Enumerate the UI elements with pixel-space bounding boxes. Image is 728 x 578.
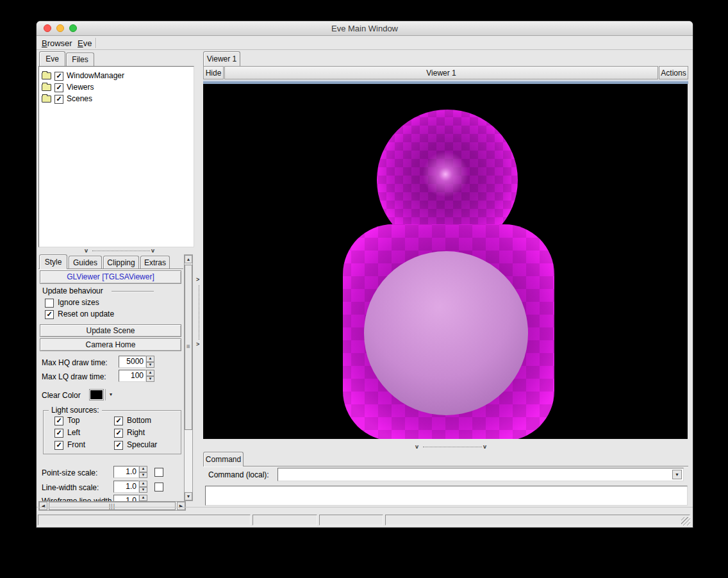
light-left-checkbox[interactable]: ✓ [54,429,63,438]
splitter-dots [199,285,200,340]
point-size-checkbox[interactable]: ✓ [154,468,163,477]
reset-on-update-checkbox[interactable]: ✓ [45,310,54,319]
spin-up-icon[interactable]: ▲ [139,466,147,472]
tree-checkbox[interactable]: ✓ [54,95,63,104]
tree-checkbox[interactable]: ✓ [54,83,63,92]
menubar: Browser Eve [37,37,693,50]
chevron-down-icon[interactable]: v [415,444,418,450]
main-vertical-splitter[interactable]: > > [195,51,203,506]
clear-color-swatch[interactable] [89,389,104,400]
point-size-spinner[interactable]: ▲ ▼ [139,466,147,478]
chevron-right-icon[interactable]: > [196,277,199,283]
wireframe-spinner[interactable]: ▲ ▼ [139,495,147,501]
light-top-checkbox[interactable]: ✓ [54,417,63,425]
spin-down-icon[interactable]: ▼ [139,487,147,493]
command-input[interactable] [277,468,684,481]
glviewer-header-button[interactable]: GLViewer [TGLSAViewer] [40,270,181,284]
light-front-checkbox[interactable]: ✓ [54,441,63,450]
tab-clipping[interactable]: Clipping [103,256,139,269]
check-icon: ✓ [56,417,62,424]
ignore-sizes-checkbox[interactable]: ✓ [45,299,54,308]
viewer-command-splitter[interactable]: v v [203,443,688,451]
tab-style[interactable]: Style [39,254,67,269]
chevron-right-icon[interactable]: > [196,342,199,347]
splitter-dots [423,447,482,448]
max-hq-label: Max HQ draw time: [42,358,108,367]
spin-up-icon[interactable]: ▲ [139,481,147,487]
check-icon: ✓ [56,429,62,436]
scroll-up-icon[interactable]: ▲ [185,255,192,263]
tab-extras[interactable]: Extras [140,256,170,269]
reset-on-update-label: Reset on update [58,310,114,318]
wireframe-label: Wireframe line-width [42,497,112,501]
tab-command[interactable]: Command [203,452,244,467]
light-bottom-checkbox[interactable]: ✓ [114,417,123,425]
menu-eve[interactable]: Eve [75,37,94,50]
clear-color-dropdown[interactable]: ▾ [106,389,115,400]
check-icon: ✓ [56,83,62,91]
resize-grip[interactable] [681,517,690,525]
max-lq-label: Max LQ draw time: [42,372,106,381]
chevron-down-icon[interactable]: v [85,248,88,254]
editor-vscrollbar[interactable]: ▲ ≡ ▼ [184,254,193,501]
light-right-label: Right [127,428,145,437]
hide-button[interactable]: Hide [203,66,224,79]
max-lq-spinner[interactable]: ▲ ▼ [146,370,154,382]
menu-browser[interactable]: Browser [39,37,75,50]
light-front-label: Front [67,440,85,449]
wireframe-field[interactable]: 1.0 [113,495,139,501]
tab-guides[interactable]: Guides [69,256,102,269]
spin-down-icon[interactable]: ▼ [146,362,154,368]
folder-icon [42,84,51,91]
tab-files[interactable]: Files [66,53,94,66]
check-icon: ✓ [56,72,62,79]
spin-up-icon[interactable]: ▲ [146,356,154,362]
vscroll-thumb[interactable]: ≡ [185,265,192,430]
gl-viewport[interactable] [203,84,688,439]
eve-main-window: Eve Main Window Browser Eve Eve Files ✓ … [37,21,693,527]
spin-down-icon[interactable]: ▼ [139,472,147,479]
light-right-checkbox[interactable]: ✓ [114,429,123,438]
tree-checkbox[interactable]: ✓ [54,72,63,81]
update-behaviour-line [112,291,154,292]
line-width-spinner[interactable]: ▲ ▼ [139,481,147,493]
statusbar [37,507,693,528]
tree-item-label[interactable]: Viewers [67,83,94,92]
check-icon: ✓ [56,441,62,449]
ignore-sizes-label: Ignore sizes [58,298,99,307]
tree-item-label[interactable]: Scenes [67,94,92,103]
folder-icon [42,95,51,103]
scroll-down-icon[interactable]: ▼ [185,492,192,500]
max-lq-field[interactable]: 100 [119,370,146,382]
status-panel [38,515,251,525]
tab-viewer-1[interactable]: Viewer 1 [203,51,240,66]
check-icon: ✓ [115,417,121,424]
titlebar[interactable]: Eve Main Window [37,21,693,36]
chevron-down-icon[interactable]: v [483,444,486,450]
chevron-down-icon[interactable]: v [151,248,154,254]
tree-editor-splitter[interactable]: v v [38,247,194,254]
check-icon: ✓ [46,310,52,318]
camera-home-button[interactable]: Camera Home [40,338,181,351]
spin-down-icon[interactable]: ▼ [146,376,154,383]
tab-eve[interactable]: Eve [39,51,65,66]
actions-button[interactable]: Actions [659,66,688,79]
command-dropdown-button[interactable]: ▼ [672,470,682,479]
update-scene-button[interactable]: Update Scene [40,324,181,337]
eve-tree-panel[interactable]: ✓ WindowManager ✓ Viewers ✓ Scenes [38,66,194,247]
menubar-separator [95,38,96,48]
point-size-field[interactable]: 1.0 [113,466,139,478]
max-hq-spinner[interactable]: ▲ ▼ [146,356,154,368]
spin-up-icon[interactable]: ▲ [139,495,147,501]
command-output[interactable] [205,486,688,506]
window-title: Eve Main Window [37,21,693,36]
viewer-titlebar[interactable]: Viewer 1 [224,66,658,79]
tree-item-label[interactable]: WindowManager [67,71,124,80]
max-hq-field[interactable]: 5000 [119,356,146,368]
line-width-field[interactable]: 1.0 [113,481,139,493]
light-specular-checkbox[interactable]: ✓ [114,441,123,450]
line-width-checkbox[interactable]: ✓ [154,483,163,491]
spin-up-icon[interactable]: ▲ [146,370,154,376]
command-local-label: Command (local): [208,470,269,479]
status-panel [252,515,317,525]
